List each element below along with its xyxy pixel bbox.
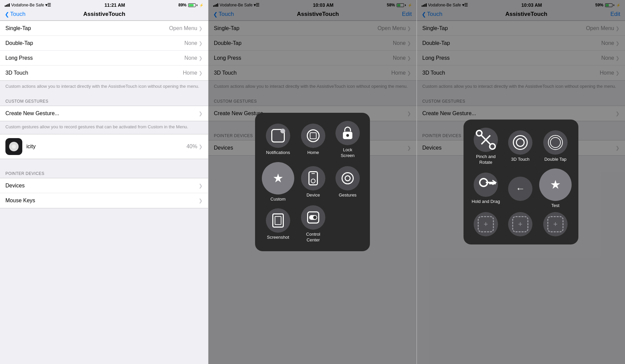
menu-grid: NotificationsHome Lock Screen★CustomDevi… [262,121,363,243]
settings-row[interactable]: Create New Gesture... ❯ [0,106,208,121]
assistivetouch-menu: NotificationsHome Lock Screen★CustomDevi… [255,113,370,251]
menu-icon-wrap-back: ← [508,177,532,201]
settings-row[interactable]: Single-Tap Open Menu ❯ [0,21,208,36]
row-chevron-icon: ❯ [199,26,203,31]
3dtouch-icon [513,135,528,150]
menu-label-pinch: Pinch and Rotate [476,154,496,165]
opacity-chevron-icon: ❯ [199,144,203,149]
menu-item-lock[interactable]: Lock Screen [332,121,363,159]
menu-item-notifications[interactable]: Notifications [262,121,294,159]
opacity-pct: 40% [186,144,197,150]
phone-panel-3: Vodafone-Be Safe ▾☰ 10:03 AM 59% ⚡ ❮ Tou… [417,0,625,364]
row-chevron-icon: ❯ [199,183,203,188]
row-value-text: Open Menu [169,25,197,31]
menu-item-add3[interactable]: + [539,212,572,236]
row-chevron-icon: ❯ [199,198,203,203]
settings-row[interactable]: Long Press None ❯ [0,51,208,66]
svg-point-1 [490,144,495,149]
settings-row[interactable]: 3D Touch Home ❯ [0,66,208,80]
menu-icon-wrap-hold [474,173,498,197]
row-value: ❯ [199,183,203,188]
menu-icon-wrap-3dtouch [508,130,532,155]
opacity-row[interactable]: icity 40% ❯ [0,134,208,159]
battery-pct-label: 89% [178,3,186,7]
menu-icon-wrap-gestures [335,166,360,190]
settings-row[interactable]: Devices ❯ [0,178,208,193]
menu-label-3dtouch: 3D Touch [511,157,530,162]
gestures-icon [342,172,354,184]
lock-icon [343,127,352,139]
status-right: 89% ⚡ [178,3,203,7]
menu-icon-wrap-notifications [266,124,290,148]
assistivetouch-menu: Pinch and Rotate3D TouchDouble Tap Hold … [464,120,578,245]
status-bar: Vodafone-Be Safe ▾☰ 11:21 AM 89% ⚡ [0,0,208,9]
overlay-backdrop[interactable]: Pinch and Rotate3D TouchDouble Tap Hold … [417,0,625,364]
menu-grid: Pinch and Rotate3D TouchDouble Tap Hold … [470,128,572,237]
row-label: Create New Gesture... [5,110,59,116]
settings-content: Single-Tap Open Menu ❯ Double-Tap None ❯… [0,21,208,364]
menu-item-doubletap[interactable]: Double Tap [539,128,572,165]
battery-icon [188,3,197,7]
nav-title: AssistiveTouch [83,11,125,18]
row-value-text: Home [183,70,197,76]
section-header-pointer: POINTER DEVICES [0,166,208,178]
menu-label-custom: Custom [271,197,286,202]
control-icon [307,211,319,224]
menu-item-home[interactable]: Home [298,121,329,159]
dot-center [12,145,16,149]
back-label[interactable]: Touch [10,11,25,18]
menu-item-test[interactable]: ★Test [539,168,572,209]
menu-icon-wrap-device [301,166,325,190]
settings-row[interactable]: Mouse Keys ❯ [0,193,208,208]
menu-item-device[interactable]: Device [298,162,329,202]
menu-item-control[interactable]: Control Center [298,205,329,243]
pointer-devices-section: POINTER DEVICES Devices ❯ Mouse Keys ❯ [0,166,208,208]
menu-icon-wrap-home [301,124,325,148]
menu-icon-wrap-doubletap [543,130,568,155]
menu-label-notifications: Notifications [266,150,290,156]
wifi-icon: ▾☰ [45,3,51,7]
row-label: Mouse Keys [5,198,35,204]
status-left: Vodafone-Be Safe ▾☰ [5,3,51,7]
menu-label-hold: Hold and Drag [472,199,500,205]
custom-actions-info: Custom actions allow you to interact dir… [0,81,208,94]
menu-item-3dtouch[interactable]: 3D Touch [505,128,536,165]
overlay-backdrop[interactable]: NotificationsHome Lock Screen★CustomDevi… [208,0,417,364]
menu-label-home: Home [307,150,319,156]
menu-item-screenshot[interactable]: Screenshot [262,205,294,243]
menu-item-hold[interactable]: Hold and Drag [470,168,501,209]
add-icon: + [512,216,528,232]
star-icon: ★ [273,172,283,184]
row-label: Double-Tap [5,40,33,46]
row-value: None ❯ [184,40,203,46]
settings-row[interactable]: Double-Tap None ❯ [0,36,208,51]
row-chevron-icon: ❯ [199,55,203,61]
time-label: 11:21 AM [104,2,125,8]
dot-inner [9,142,19,151]
star-icon: ★ [550,179,561,191]
row-value: None ❯ [184,55,203,61]
home-icon [307,129,320,142]
row-label: Long Press [5,55,33,61]
menu-item-add2[interactable]: + [505,212,536,236]
menu-item-custom[interactable]: ★Custom [262,162,294,202]
phone-panel-2: Vodafone-Be Safe ▾☰ 10:03 AM 58% ⚡ ❮ Tou… [208,0,417,364]
pinch-icon [474,128,498,152]
menu-item-add1[interactable]: + [470,212,501,236]
section-header-gestures: CUSTOM GESTURES [0,94,208,106]
row-value-text: None [184,40,197,46]
menu-item-back[interactable]: ← [505,168,536,209]
menu-item-gestures[interactable]: Gestures [332,162,363,202]
menu-icon-wrap-custom: ★ [262,162,294,194]
add-icon: + [478,216,494,232]
menu-icon-wrap-lock [335,121,360,145]
carrier-label: Vodafone-Be Safe [11,3,44,7]
row-value-text: None [184,55,197,61]
opacity-left: icity [5,138,36,155]
doubletap-icon [548,135,563,150]
menu-label-lock: Lock Screen [341,147,354,159]
signal-icon [5,3,10,7]
row-chevron-icon: ❯ [199,70,203,76]
nav-back-button[interactable]: ❮ Touch [5,11,25,18]
menu-item-pinch[interactable]: Pinch and Rotate [470,128,501,165]
